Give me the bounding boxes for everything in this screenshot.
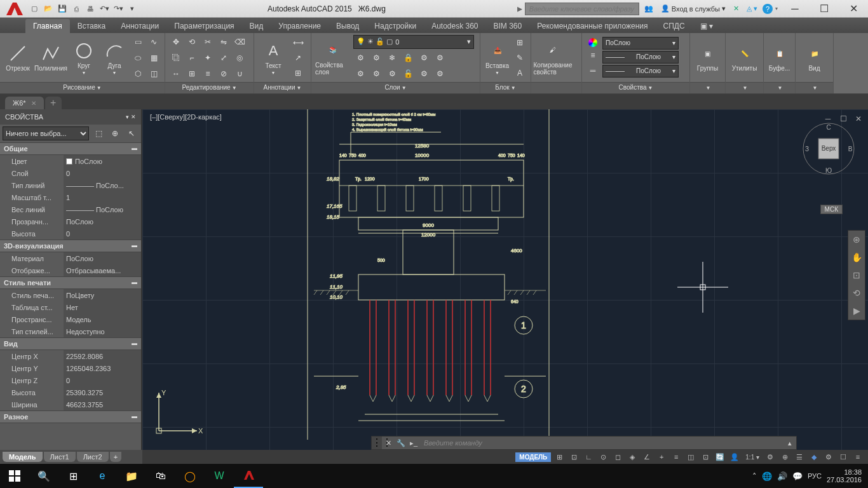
layout-tab-2[interactable]: Лист2: [77, 452, 109, 462]
autocad-task-icon[interactable]: [234, 464, 263, 488]
palette-header[interactable]: СВОЙСТВА▾ ✕: [0, 109, 141, 125]
panel-groups-title[interactable]: ▼: [690, 82, 725, 93]
qat-new-icon[interactable]: ▢: [28, 3, 41, 15]
linetype-combo[interactable]: ——— ПоСлою▾: [602, 51, 679, 64]
break-icon[interactable]: ⊘: [217, 67, 231, 81]
prop-row[interactable]: Слой0: [0, 167, 141, 179]
layfrz-icon[interactable]: ❄: [385, 51, 399, 65]
selection-combo[interactable]: Ничего не выбра... ⬚ ⊕ ↖: [0, 125, 141, 142]
qat-more-icon[interactable]: ▾: [126, 3, 139, 15]
rect-icon[interactable]: ▭: [131, 35, 145, 49]
panel-annot-title[interactable]: Аннотации▼: [254, 82, 311, 93]
showmotion-icon[interactable]: ▶: [850, 304, 863, 317]
region-icon[interactable]: ◫: [147, 67, 161, 81]
panel-clip-title[interactable]: ▼: [764, 82, 795, 93]
fillet-icon[interactable]: ⌐: [185, 51, 199, 65]
layiso-icon[interactable]: ⚙: [369, 51, 383, 65]
drawing-canvas[interactable]: [–][Сверху][2D-каркас] 1. Плотный поверх…: [142, 109, 868, 450]
snap-icon[interactable]: ⊡: [567, 451, 580, 463]
zoom-extents-icon[interactable]: ⊡: [850, 269, 863, 281]
layout-tab-1[interactable]: Лист1: [44, 452, 76, 462]
qat-plot-icon[interactable]: 🖶: [84, 3, 97, 15]
tab-featured[interactable]: Рекомендованные приложения: [529, 19, 655, 33]
language-indicator[interactable]: РУС: [808, 472, 822, 480]
matchprop-button[interactable]: 🖌Копирование свойств: [535, 40, 571, 76]
quickselect-icon[interactable]: ⬚: [92, 126, 105, 140]
prop-row[interactable]: Отображе...Отбрасываема...: [0, 264, 141, 276]
taskview-icon[interactable]: ⊞: [58, 464, 88, 488]
panel-block-title[interactable]: Блок▼: [480, 82, 531, 93]
lineweight-combo[interactable]: ——— ПоСлою▾: [602, 65, 679, 78]
uc-icon[interactable]: ◯: [175, 464, 205, 488]
sb-model-button[interactable]: МОДЕЛЬ: [515, 452, 551, 462]
network-icon[interactable]: 🌐: [762, 471, 772, 481]
panel-modify-title[interactable]: Редактирование▼: [165, 82, 254, 93]
prop-row[interactable]: Пространс...Модель: [0, 313, 141, 325]
panel-props-title[interactable]: Свойства▼: [582, 82, 689, 93]
prop-row[interactable]: Тип линий———— ПоСло...: [0, 179, 141, 191]
layoff-icon[interactable]: ⚙: [353, 51, 367, 65]
insert-button[interactable]: 📥Вставка▼: [484, 41, 510, 75]
qat-undo-icon[interactable]: ↶▾: [98, 3, 111, 15]
ws-icon[interactable]: ⚙: [764, 451, 776, 463]
3dosnap-icon[interactable]: ◈: [626, 451, 639, 463]
command-line[interactable]: ⋮⋮ ✕ 🔧 ▸_ Введите команду ▴: [371, 436, 797, 450]
doc-min-icon[interactable]: ─: [821, 112, 835, 126]
wcs-label[interactable]: МСК: [820, 205, 843, 214]
store-icon[interactable]: 🛍: [146, 464, 175, 488]
pickadd-icon[interactable]: ⊕: [108, 126, 122, 140]
tab-addins[interactable]: Надстройки: [367, 19, 424, 33]
close-tab-icon[interactable]: ✕: [31, 100, 36, 107]
prop-section-header[interactable]: Вид▬: [0, 337, 141, 350]
prop-section-header[interactable]: Стиль печати▬: [0, 276, 141, 289]
custom-icon[interactable]: ≡: [851, 451, 864, 463]
laycur-icon[interactable]: ⚙: [433, 51, 447, 65]
notif-icon[interactable]: 💬: [792, 471, 803, 481]
prop-row[interactable]: Высота0: [0, 227, 141, 240]
tpy-icon[interactable]: ◫: [684, 451, 697, 463]
cmdline-config-icon[interactable]: 🔧: [395, 439, 407, 447]
tab-a360[interactable]: Autodesk 360: [424, 19, 485, 33]
tab-view[interactable]: Вид: [242, 19, 271, 33]
anno-scale[interactable]: 1:1 ▾: [743, 454, 762, 461]
app-icon[interactable]: ◬ ▾: [744, 4, 760, 13]
edge-icon[interactable]: e: [88, 464, 117, 488]
laythw-icon[interactable]: ⚙: [385, 67, 399, 81]
cortana-icon[interactable]: 🔍: [29, 464, 58, 488]
clock[interactable]: 18:38 27.03.2016: [827, 468, 862, 484]
signin-button[interactable]: 👤 Вход в службы ▾: [658, 4, 728, 13]
color-combo[interactable]: ПоСлою▾: [602, 37, 679, 50]
polyline-button[interactable]: Полилиния: [34, 43, 67, 72]
cmdline-input[interactable]: [482, 439, 783, 447]
orbit-icon[interactable]: ⟲: [850, 287, 863, 299]
array-icon[interactable]: ⊞: [185, 67, 199, 81]
iso-icon[interactable]: ◆: [808, 451, 820, 463]
text-button[interactable]: AТекст▼: [258, 41, 288, 75]
tab-parametric[interactable]: Параметризация: [166, 19, 241, 33]
table-icon[interactable]: ⊞: [291, 66, 305, 80]
prop-row[interactable]: Центр Z0: [0, 374, 141, 386]
prop-row[interactable]: Таблица ст...Нет: [0, 301, 141, 313]
prop-row[interactable]: Ширина46623.3755: [0, 398, 141, 410]
attr-icon[interactable]: A: [513, 66, 527, 80]
create-block-icon[interactable]: ⊞: [513, 36, 527, 50]
prop-row[interactable]: Центр Y1265048.2363: [0, 362, 141, 374]
units-icon[interactable]: ☰: [793, 451, 806, 463]
prop-row[interactable]: Центр X22592.8086: [0, 350, 141, 362]
join-icon[interactable]: ∪: [233, 67, 247, 81]
explode-icon[interactable]: ✦: [201, 51, 215, 65]
tab-output[interactable]: Вывод: [329, 19, 367, 33]
tab-bim360[interactable]: BIM 360: [486, 19, 530, 33]
ann-icon[interactable]: 👤: [728, 451, 741, 463]
cmdline-grip-icon[interactable]: ⋮⋮: [372, 437, 382, 449]
polar-icon[interactable]: ⊙: [597, 451, 609, 463]
circle-button[interactable]: Круг▼: [70, 41, 98, 75]
prop-row[interactable]: Масштаб т...1: [0, 191, 141, 203]
panel-utils-title[interactable]: ▼: [726, 82, 763, 93]
start-button[interactable]: [0, 464, 29, 488]
viewcube[interactable]: Верх С Ю В З: [802, 122, 855, 178]
erase-icon[interactable]: ⌫: [233, 35, 247, 49]
mirror-icon[interactable]: ⇋: [217, 35, 231, 49]
doc-close-icon[interactable]: ✕: [851, 112, 865, 126]
rotate-icon[interactable]: ⟲: [185, 35, 199, 49]
